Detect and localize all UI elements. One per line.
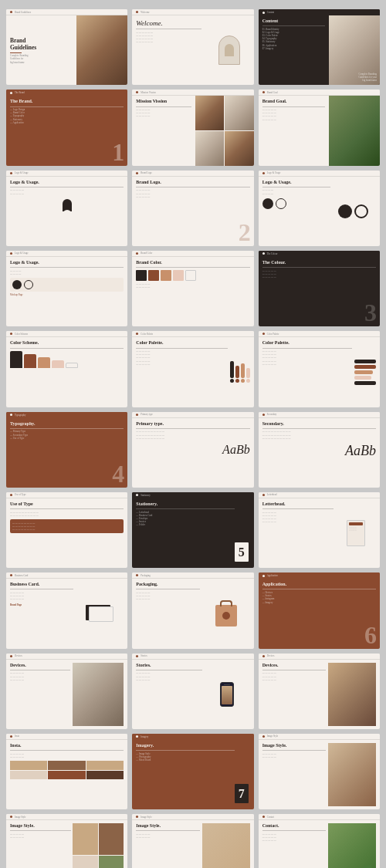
slide-16: Typography Typography. — Primary Type— S… <box>6 412 127 488</box>
slide-18-body: — — — — — — — — — —— — — — — — — — — —— … <box>262 430 376 440</box>
header-label: Devices <box>267 654 376 657</box>
slide-10-title: Logo & Usage. <box>10 260 124 265</box>
slide-22: Business Card Business Card. — — — — —— … <box>6 572 127 648</box>
slide-32-title: Image Style. <box>136 823 199 829</box>
header-label: Brand Logo <box>141 171 249 174</box>
header-label: Devices <box>15 654 124 657</box>
slide-29-header: Imagery <box>132 734 253 740</box>
header-label: Brand Goal <box>267 91 376 94</box>
sep <box>10 428 124 429</box>
slide-33-body: — — — — —— — — — —— — — — — <box>262 833 326 843</box>
slide-32-body: — — — — —— — — — — <box>136 833 199 839</box>
slide-12-header: The Colour <box>259 251 380 257</box>
sep <box>262 187 330 187</box>
slide-13-title: Color Scheme. <box>10 340 124 346</box>
slide-2-title: Welcome. <box>136 19 201 27</box>
header-label: Stationery <box>141 494 249 497</box>
header-label: Brand Guidelines <box>15 11 124 14</box>
dot <box>10 172 12 174</box>
slide-33-title: Contact. <box>262 823 326 829</box>
slide-9-title: Logo & Usage. <box>262 180 330 185</box>
header-label: Letterhead <box>267 493 376 496</box>
slide-31-body: — — — — —— — — — — <box>10 833 71 839</box>
header-label: Use of Type <box>15 493 124 496</box>
slide-31: Image Style Image Style. — — — — —— — — … <box>6 814 127 868</box>
header-label: Packaging <box>141 574 249 577</box>
sep <box>262 267 376 268</box>
slide-5-title: Mission Vission <box>136 99 191 104</box>
slide-15: Color Palette Color Palette. — — — — —— … <box>259 331 380 407</box>
slide-15-header: Color Palette <box>259 331 380 337</box>
slide-2-header: Welcome <box>132 9 253 15</box>
sep <box>262 750 326 751</box>
slide-4-list: — Logo Design — Brand Color — Typography… <box>10 108 124 124</box>
slide-29-body: — Image Style— Photography— Mood Board <box>136 752 234 762</box>
slide-18-header: Secondary <box>259 412 380 418</box>
dot <box>10 735 12 738</box>
slide-3: Content Content 01. Brand Identity 02. L… <box>259 9 380 85</box>
slide-15-title: Color Palette. <box>262 340 352 346</box>
dot <box>262 655 265 657</box>
sep <box>10 267 124 268</box>
slide-25-title: Devices. <box>10 663 70 668</box>
dot <box>262 172 265 174</box>
slide-25: Devices Devices. — — — — —— — — — —— — —… <box>6 654 127 729</box>
slide-3-title: Content <box>262 19 325 24</box>
slide-8-header: Brand Logo <box>132 171 253 177</box>
sep <box>136 29 201 29</box>
dot <box>136 333 138 335</box>
slide-1-sub: Complete BrandingGuidelines forbig brand… <box>10 54 73 64</box>
slide-32: Image Style Image Style. — — — — —— — — … <box>132 814 253 868</box>
sep <box>10 106 124 107</box>
slide-8-body: — — — — —— — — — —— — — — — <box>136 188 249 198</box>
slide-7-body: — — — — —— — — — — <box>10 188 124 194</box>
slide-8: Brand Logo Brand Logo. — — — — —— — — — … <box>132 171 253 246</box>
slide-25-header: Devices <box>6 654 127 660</box>
slide-27: Devices Devices. — — — — —— — — — —— — —… <box>259 654 380 729</box>
sep <box>136 670 201 670</box>
slide-13-header: Color Scheme <box>6 331 127 337</box>
slide-9-header: Logo & Usage <box>259 171 380 177</box>
slide-24-body: — Devices— Stories— Instagram— Imagery <box>262 591 376 604</box>
slide-17: Primary type Primary type. — — — — — — —… <box>132 412 253 488</box>
slide-16-header: Typography <box>6 412 127 418</box>
header-label: Typography <box>15 414 124 417</box>
header-label: Color Palette <box>141 333 249 336</box>
header-label: Welcome <box>141 11 249 14</box>
dot <box>262 414 265 416</box>
slide-1: Brand Guidelines BrandGuidelines Complet… <box>6 9 127 85</box>
sep <box>262 508 334 509</box>
slide-11-title: Brand Color. <box>136 260 249 265</box>
header-label: Mission Vission <box>141 91 249 94</box>
slide-20: Stationery Stationery. — Letterhead— Bus… <box>132 492 253 568</box>
sep <box>136 508 234 509</box>
slide-21: Letterhead Letterhead. — — — — —— — — — … <box>259 492 380 568</box>
sep <box>136 428 249 429</box>
slide-24-title: Application. <box>262 582 376 587</box>
dot <box>262 333 265 335</box>
slide-26-header: Stories <box>132 654 253 660</box>
slide-11-body: — — — — —— — — — — <box>136 282 249 289</box>
dot <box>136 494 138 496</box>
slide-20-body: — Letterhead— Business Card— Envelope— I… <box>136 511 234 527</box>
slide-28-body: — — — — —— — — — — <box>10 752 124 758</box>
slide-27-header: Devices <box>259 654 380 660</box>
slide-28: Insta Insta. — — — — —— — — — — <box>6 734 127 809</box>
slide-19: Use of Type Use of Type — — — — — — — — … <box>6 492 127 568</box>
slide-22-body: — — — — —— — — — —— — — — — <box>10 591 73 601</box>
sep <box>10 589 73 589</box>
slide-6-body: — — — — —— — — — —— — — — —— — — — — <box>262 108 325 121</box>
dot <box>10 574 12 576</box>
header-label: Contact <box>267 816 376 819</box>
slide-15-body: — — — — —— — — — —— — — — —— — — — —— — … <box>262 350 352 366</box>
sep <box>136 106 191 107</box>
slide-27-body: — — — — —— — — — —— — — — — <box>262 671 326 681</box>
sep <box>262 25 325 26</box>
header-label: Image Style <box>141 816 249 819</box>
slide-21-title: Letterhead. <box>262 502 334 507</box>
dot <box>136 574 138 576</box>
slide-30-title: Image Style. <box>262 743 326 748</box>
slide-24: Application Application. — Devices— Stor… <box>259 572 380 648</box>
sep <box>136 750 234 751</box>
sep <box>136 267 249 268</box>
